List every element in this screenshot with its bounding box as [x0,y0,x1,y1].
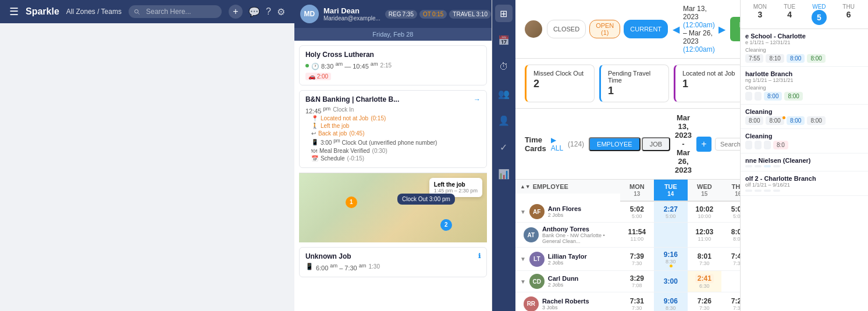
time-cell-mon: 5:025:00 [620,201,654,223]
search-input[interactable] [129,5,222,18]
tab-employee[interactable]: EMPLOYEE [589,137,641,151]
cal-item[interactable]: Cleaning 8:00 8:00 8:00 8:00 [741,105,868,129]
tab-open[interactable]: OPEN (1) [589,20,620,38]
cal-item[interactable]: e School - Charlotte e 1/1/21 – 12/31/21… [741,29,868,67]
record-count: (124) [568,140,584,148]
time-cell-tue: 9:168:30 [654,248,688,271]
cal-day-tue: TUE 4 [775,3,805,25]
tab-job[interactable]: JOB [642,137,670,151]
walk-icon: 🚶 [311,123,318,129]
table-row: ▼ CD Carl Dunn 2 Jobs 3:297:08 3:00 2:41… [515,271,740,292]
job-card-3: Unknown Job ℹ 📱 6:00 am – 7:30 am 1:30 [299,247,487,278]
expand-btn[interactable]: ▼ [520,256,526,262]
settings-icon[interactable]: ⚙ [277,6,285,17]
employee-cell: AT Anthony Torres Bank One - NW Charlott… [515,223,620,248]
cal-item[interactable]: olf 2 - Charlotte Branch olf 1/1/21 – 9/… [741,171,868,196]
time-cell-tue: 9:068:30 [654,292,688,312]
duration-3: 1:30 [369,263,380,270]
table-toolbar: Time Cards ▶ ALL (124) EMPLOYEE JOB Mar … [515,109,740,180]
timeline-area: Holy Cross Lutheran 🕐 8:30 am — 10:45 am… [294,41,492,311]
prepare-payroll-button[interactable]: Prepare Payroll [730,17,740,41]
add-entry-button[interactable]: + [696,137,712,152]
meal-icon: 🍽 [311,148,317,154]
time-cell-thu [721,271,740,292]
employee-cell: ▼ AF Ann Flores 2 Jobs [515,201,620,223]
employee-name: Mari Dean [323,6,380,15]
dot-icon [305,64,309,67]
left-job-label: Left the job [321,123,349,129]
job-card-2: B&N Banking | Charlotte B... → 12:45 pm … [299,90,487,168]
avatar: AT [524,227,539,242]
team-icon[interactable]: 👥 [495,85,513,102]
emp-sub: 2 Jobs [548,260,587,266]
chart-icon[interactable]: 📊 [495,165,513,183]
located-not-label: Located not at Job [321,115,368,121]
time-cell-wed: 7:267:30 [688,292,721,312]
tab-closed[interactable]: CLOSED [547,20,586,38]
clock-icon[interactable]: ⏱ [495,58,513,76]
top-navigation: ☰ Sparkle All Zones / Teams + 💬 ? ⚙ [0,0,294,23]
timecards-table: ▲▼ EMPLOYEE MON13 TUE14 WED15 THU16 FRI1… [515,180,740,311]
cal-item[interactable]: Cleaning 8:0 [741,129,868,153]
time-cell-mon: 7:317:30 [620,292,654,312]
avatar: CD [529,274,545,289]
all-link[interactable]: ▶ ALL [551,136,563,152]
help-icon[interactable]: ? [266,6,271,17]
emp-name: Anthony Torres [542,226,616,233]
time-cell-tue: 3:00 [654,271,688,292]
chat-icon[interactable]: 💬 [248,6,260,17]
zone-label[interactable]: All Zones / Teams [66,8,122,16]
avatar: MD [300,5,319,23]
table-search-input[interactable] [715,138,740,151]
emp-sub: Bank One - NW Charlotte • General Clean.… [542,233,616,244]
time-cell-mon: 7:397:30 [620,248,654,271]
job-title-2: B&N Banking | Charlotte B... [305,95,399,103]
tab-current[interactable]: CURRENT [624,20,668,38]
col-thu: THU16 [721,180,740,201]
expand-btn[interactable]: ▼ [520,209,526,215]
employee-header: MD Mari Dean Maridean@example... REG 7:3… [294,0,492,28]
back-icon: ↩ [311,130,316,137]
time-cell-thu: 5:015:00 [721,201,740,223]
schedule-label: Schedule [321,155,345,162]
emp-sub: 2 Jobs [548,212,581,218]
tasks-icon[interactable]: ✓ [495,138,513,156]
cal-item[interactable]: harlotte Branch ng 1/1/21 – 12/31/21 Cle… [741,67,868,105]
calendar-icon[interactable]: 📅 [495,31,513,49]
employee-cell: ▼ CD Carl Dunn 2 Jobs [515,271,620,292]
table-row: ▼ AF Ann Flores 2 Jobs 5:025:00 2:275:00… [515,201,740,223]
cal-item[interactable]: nne Nielsen (Cleaner) [741,153,868,171]
emp-name: Ann Flores [548,205,581,212]
dashboard-icon[interactable]: ⊞ [495,5,513,22]
search-wrap [129,5,222,18]
duration-badge: 🚗 2:00 [305,73,331,80]
cal-day-thu: THU 6 [834,3,863,25]
clock-out-bubble: Clock Out 3:00 pm [397,194,455,205]
alert-located-not[interactable]: Located not at Job 1 [674,65,740,102]
time-cell-tue [654,223,688,248]
expand-btn[interactable]: ▼ [520,278,526,285]
col-mon: MON13 [620,180,654,201]
location-icon: 📍 [311,115,318,121]
prev-date-btn[interactable]: ◀ [673,24,680,35]
job-title-3: Unknown Job [305,252,351,260]
job-time-2: 12:45 pm [305,106,330,115]
job-title-1: Holy Cross Lutheran [305,51,374,59]
person-icon[interactable]: 👤 [495,112,513,129]
map-area: Left the job 1:45 pm – 2:30 pm Clock Out… [299,173,487,242]
avatar: AF [529,204,545,219]
alert-pending-travel[interactable]: Pending Travel Time 1 [599,65,669,102]
add-icon-btn[interactable]: + [229,5,243,19]
reg-chip: REG 7:35 [385,10,417,19]
col-wed: WED15 [688,180,721,201]
left-employee-panel: MD Mari Dean Maridean@example... REG 7:3… [294,0,492,311]
date-bar: Friday, Feb 28 [294,28,492,41]
col-tue: TUE14 [654,180,688,201]
next-date-btn[interactable]: ▶ [718,24,725,35]
alert-missed-clock[interactable]: Missed Clock Out 2 [525,65,595,102]
hamburger-icon[interactable]: ☰ [9,5,19,18]
toolbar-right: + ⏱ $ ⊞ ▼ ↗ [696,136,740,152]
phone-icon-2: 📱 [305,263,314,270]
map-pin-blue: 2 [440,219,452,231]
nav-icons: + 💬 ? ⚙ [229,5,285,19]
